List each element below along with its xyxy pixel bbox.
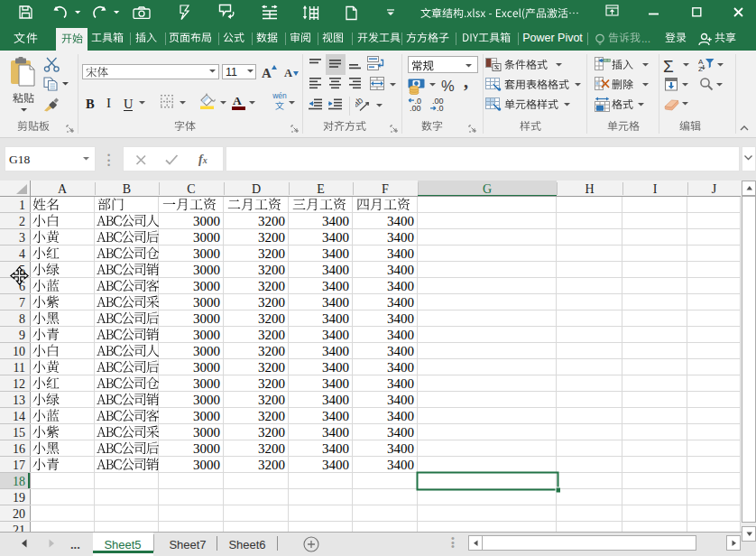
svg-text:.0: .0	[437, 104, 444, 111]
svg-text:.00: .00	[410, 104, 421, 111]
